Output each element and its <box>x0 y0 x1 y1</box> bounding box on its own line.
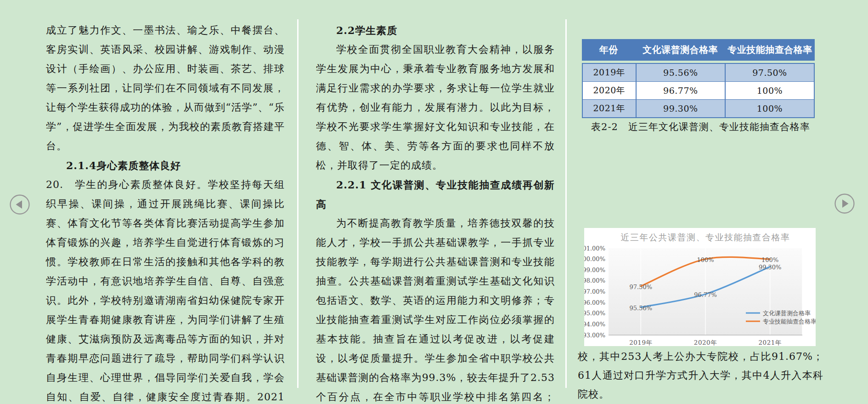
table-header-row: 年份文化课普测合格率专业技能抽查合格率 <box>582 39 815 61</box>
column-divider <box>297 19 299 388</box>
svg-text:97.00%: 97.00% <box>584 288 605 295</box>
svg-text:100.00%: 100.00% <box>584 256 605 262</box>
table-header-cell: 文化课普测合格率 <box>636 39 725 61</box>
svg-text:93.00%: 93.00% <box>584 332 605 339</box>
prev-page-button[interactable] <box>9 194 30 215</box>
svg-text:98.00%: 98.00% <box>584 277 605 284</box>
svg-text:96.00%: 96.00% <box>584 299 605 306</box>
svg-text:2020年: 2020年 <box>694 339 717 346</box>
section-heading: 2.1.4身心素质整体良好 <box>46 156 285 175</box>
right-column-paragraph: 校，其中253人考上公办大专院校，占比91.67%；61人通过对口升学方式升入大… <box>578 347 823 404</box>
svg-text:100%: 100% <box>761 256 778 263</box>
table-caption: 表2-2 近三年文化课普测、专业技能抽查合格率 <box>578 120 823 134</box>
table-cell: 96.77% <box>636 82 725 99</box>
pass-rate-line-chart: 近三年公共课普测、专业技能抽查合格率93.00%94.00%95.00%96.0… <box>584 228 816 346</box>
table-header-cell: 年份 <box>582 39 636 61</box>
text-column-middle: 2.2学生素质学校全面贯彻全国职业教育大会精神，以服务学生发展为中心，秉承着专业… <box>316 21 555 404</box>
right-column: 年份文化课普测合格率专业技能抽查合格率 2019年95.56%97.50%202… <box>578 0 823 404</box>
svg-text:近三年公共课普测、专业技能抽查合格率: 近三年公共课普测、专业技能抽查合格率 <box>621 232 790 242</box>
paragraph: 20. 学生的身心素质整体良好。学校坚持每天组织早操、课间操，通过开展跳绳比赛、… <box>46 175 285 404</box>
section-heading: 2.2.1 文化课普测、专业技能抽查成绩再创新高 <box>316 175 555 214</box>
svg-text:99.00%: 99.00% <box>584 267 605 273</box>
table-header-cell: 专业技能抽查合格率 <box>725 39 815 61</box>
table-body: 2019年95.56%97.50%2020年96.77%100%2021年99.… <box>582 63 815 118</box>
svg-text:2019年: 2019年 <box>629 339 652 346</box>
paragraph: 成立了魅力作文、一墨书法、瑜之乐、中餐摆台、客房实训、英语风采、校园讲解、游戏制… <box>46 21 285 156</box>
circle-arrow-left-icon <box>9 194 30 215</box>
svg-text:96.77%: 96.77% <box>694 291 717 298</box>
section-heading: 2.2学生素质 <box>316 21 555 40</box>
circle-arrow-right-icon <box>834 193 855 214</box>
column-divider <box>565 19 567 388</box>
table-row: 2020年96.77%100% <box>583 81 814 99</box>
svg-text:文化课普测合格率: 文化课普测合格率 <box>763 310 811 317</box>
table-cell: 2020年 <box>583 82 636 99</box>
table-cell: 100% <box>725 82 814 99</box>
table-cell: 2021年 <box>583 100 636 117</box>
table-cell: 99.30% <box>636 100 725 117</box>
svg-text:专业技能抽查合格率: 专业技能抽查合格率 <box>763 318 816 325</box>
table-cell: 97.50% <box>725 64 814 81</box>
table-row: 2021年99.30%100% <box>583 99 814 117</box>
svg-text:97.50%: 97.50% <box>630 284 653 290</box>
next-page-button[interactable] <box>834 193 855 214</box>
svg-text:94.00%: 94.00% <box>584 321 605 328</box>
svg-text:101.00%: 101.00% <box>584 245 605 252</box>
table-row: 2019年95.56%97.50% <box>583 64 814 81</box>
svg-text:95.56%: 95.56% <box>630 305 653 312</box>
svg-text:99.30%: 99.30% <box>759 264 782 271</box>
svg-text:95.00%: 95.00% <box>584 310 605 317</box>
table-cell: 95.56% <box>636 64 725 81</box>
svg-text:100%: 100% <box>697 256 714 263</box>
svg-text:2021年: 2021年 <box>758 339 781 346</box>
table-cell: 100% <box>725 100 814 117</box>
table-cell: 2019年 <box>583 64 636 81</box>
pass-rate-table: 年份文化课普测合格率专业技能抽查合格率 2019年95.56%97.50%202… <box>582 39 815 118</box>
paragraph: 学校全面贯彻全国职业教育大会精神，以服务学生发展为中心，秉承着专业教育服务地方发… <box>316 40 555 175</box>
text-column-left: 成立了魅力作文、一墨书法、瑜之乐、中餐摆台、客房实训、英语风采、校园讲解、游戏制… <box>46 21 285 404</box>
paragraph: 为不断提高教育教学质量，培养德技双馨的技能人才，学校一手抓公共基础课教学，一手抓… <box>316 214 555 404</box>
